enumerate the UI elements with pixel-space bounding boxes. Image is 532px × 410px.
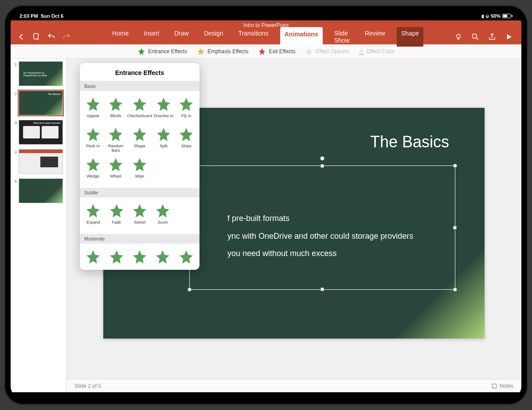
resize-handle-mr[interactable]	[453, 226, 457, 229]
battery-pct: 50%	[491, 13, 501, 19]
thumb-slide-4[interactable]	[19, 149, 63, 174]
resize-handle-bm[interactable]	[321, 288, 324, 291]
effect-wipe[interactable]: Wipe	[127, 155, 153, 184]
effect-strips[interactable]: Strips	[175, 125, 198, 154]
popover-scroll[interactable]: Basic AppearBlindsCheckerboardDissolve I…	[80, 81, 200, 270]
section-moderate: Moderate	[80, 234, 200, 244]
back-button[interactable]	[17, 32, 26, 41]
popover-title: Entrance Effects	[80, 63, 200, 81]
status-date: Sun Oct 6	[41, 13, 63, 19]
undo-button[interactable]	[47, 32, 56, 41]
tab-insert[interactable]: Insert	[140, 27, 163, 47]
status-strip: Slide 2 of 5 Notes	[66, 379, 521, 392]
notes-button[interactable]: Notes	[491, 383, 513, 389]
ipad-status-bar: 2:03 PM Sun Oct 6 ◖ ⎉ 50%	[11, 12, 521, 20]
tab-draw[interactable]: Draw	[171, 27, 192, 47]
star-icon	[156, 126, 172, 142]
app-header: Intro to PowerPoint Home Insert Draw Des…	[11, 20, 521, 44]
star-icon	[85, 249, 101, 265]
star-icon	[132, 96, 148, 112]
wifi-icon: ◖	[481, 13, 484, 19]
rotate-handle[interactable]	[320, 156, 325, 161]
star-icon	[85, 157, 101, 173]
headphones-icon: ⎉	[486, 13, 489, 19]
star-icon	[85, 203, 101, 219]
star-icon	[132, 126, 148, 142]
tab-shape[interactable]: Shape	[397, 27, 423, 47]
star-icon	[85, 126, 101, 142]
star-icon	[85, 96, 101, 112]
slide-title[interactable]: The Basics	[370, 133, 449, 151]
star-icon	[108, 157, 124, 173]
resize-handle-bl[interactable]	[188, 288, 192, 292]
tab-slideshow[interactable]: Slide Show	[331, 27, 353, 47]
thumb-slide-5[interactable]	[19, 178, 63, 203]
star-icon	[155, 203, 171, 219]
star-icon	[132, 157, 148, 173]
effect-random-bars[interactable]: Random Bars	[104, 125, 127, 154]
star-icon	[109, 203, 125, 219]
emphasis-effects-button[interactable]: Emphasis Effects	[197, 47, 248, 55]
effect-swivel[interactable]: Swivel	[128, 201, 151, 230]
effect-blinds[interactable]: Blinds	[104, 95, 127, 124]
resize-handle-br[interactable]	[453, 288, 457, 292]
search-button[interactable]	[471, 32, 480, 41]
tab-review[interactable]: Review	[361, 27, 389, 47]
status-time: 2:03 PM	[20, 13, 38, 19]
star-icon	[108, 126, 124, 142]
share-button[interactable]	[488, 32, 497, 41]
entrance-effects-popover: Entrance Effects Basic AppearBlindsCheck…	[80, 63, 200, 270]
effect-checkerboard[interactable]: Checkerboard	[127, 95, 153, 124]
star-icon	[108, 96, 124, 112]
thumb-slide-2[interactable]: The Basics	[19, 91, 63, 115]
svg-point-2	[472, 34, 477, 38]
thumb-slide-1[interactable]: An Introduction to PowerPoint on iPad	[19, 61, 63, 86]
slide-thumbnails[interactable]: 1An Introduction to PowerPoint on iPad 2…	[11, 59, 66, 392]
effect-item[interactable]	[128, 247, 151, 270]
effect-zoom[interactable]: Zoom	[151, 201, 174, 230]
tab-transitions[interactable]: Transitions	[235, 27, 272, 47]
effect-dissolve-in[interactable]: Dissolve In	[152, 95, 175, 124]
resize-handle-tr[interactable]	[453, 164, 457, 168]
effect-color-button: AEffect Color	[359, 47, 395, 55]
effect-wedge[interactable]: Wedge	[82, 155, 104, 184]
star-icon	[155, 249, 171, 265]
selection-box[interactable]	[189, 166, 455, 290]
exit-effects-button[interactable]: Exit Effects	[258, 47, 295, 55]
star-icon	[178, 249, 194, 265]
tab-home[interactable]: Home	[109, 27, 132, 47]
effect-fly-in[interactable]: Fly In	[175, 95, 198, 124]
star-icon	[132, 249, 148, 265]
tab-animations[interactable]: Animations	[280, 27, 322, 47]
section-basic: Basic	[80, 81, 200, 91]
effect-shape[interactable]: Shape	[127, 125, 153, 154]
section-subtle: Subtle	[80, 188, 200, 197]
effect-wheel[interactable]: Wheel	[104, 155, 127, 184]
effect-item[interactable]	[151, 247, 174, 270]
effect-fade[interactable]: Fade	[105, 201, 128, 230]
thumb-slide-3[interactable]: What about Apple Keynote?	[19, 120, 63, 145]
entrance-effects-button[interactable]: Entrance Effects	[137, 47, 187, 55]
tab-design[interactable]: Design	[200, 27, 227, 47]
effect-split[interactable]: Split	[152, 125, 175, 154]
effect-item[interactable]	[175, 247, 198, 270]
battery-icon	[502, 14, 512, 18]
play-button[interactable]	[505, 32, 513, 41]
home-indicator[interactable]	[226, 394, 306, 396]
slide-position: Slide 2 of 5	[74, 383, 101, 389]
file-menu-button[interactable]	[32, 32, 41, 41]
notes-icon	[491, 383, 497, 389]
star-icon	[178, 96, 194, 112]
svg-rect-0	[34, 34, 38, 39]
resize-handle-tm[interactable]	[321, 164, 324, 168]
effect-item[interactable]	[105, 247, 128, 270]
redo-button[interactable]	[62, 32, 71, 41]
star-icon	[156, 96, 172, 112]
effect-expand[interactable]: Expand	[82, 201, 105, 230]
svg-rect-3	[492, 384, 496, 388]
tell-me-button[interactable]	[454, 32, 463, 41]
star-icon	[178, 126, 194, 142]
effect-appear[interactable]: Appear	[82, 95, 104, 124]
effect-item[interactable]	[82, 247, 105, 270]
effect-peek-in[interactable]: Peek In	[82, 125, 104, 154]
